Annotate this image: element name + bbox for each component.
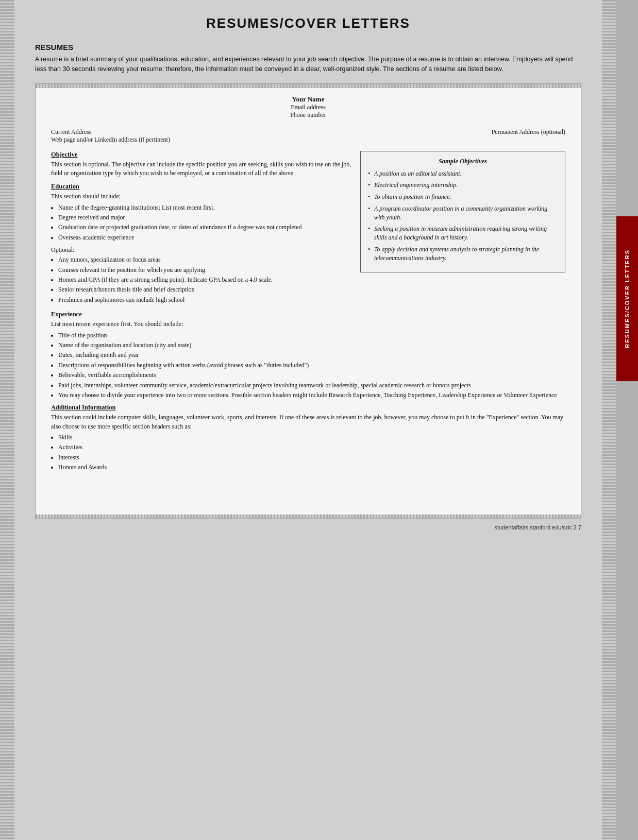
exp-bullet-5: Paid jobs, internships, volunteer commun…	[58, 381, 565, 390]
resume-box: Your Name Email address Phone number Cur…	[35, 83, 581, 519]
side-tab: RESUMES/COVER LETTERS	[616, 216, 638, 381]
sample-obj-2: To obtain a position in finance.	[368, 193, 558, 201]
sample-obj-0: A position as an editorial assistant.	[368, 169, 558, 178]
exp-bullet-3: Descriptions of responsibilities beginni…	[58, 361, 565, 370]
exp-bullet-6: You may choose to divide your experience…	[58, 391, 565, 400]
web-label: Web page and/or LinkedIn address (if per…	[51, 136, 170, 144]
current-address-label: Current Address	[51, 128, 170, 136]
optional-bullet-0: Any minors, specialization or focus area…	[58, 255, 352, 264]
sample-objectives-list: A position as an editorial assistant. El…	[368, 169, 558, 263]
resume-email: Email address	[51, 104, 565, 111]
resume-phone: Phone number	[51, 111, 565, 119]
sample-obj-1: Electrical engineering internship.	[368, 181, 558, 190]
education-bullet-3: Overseas academic experience	[58, 233, 352, 242]
optional-bullets-list: Any minors, specialization or focus area…	[58, 255, 352, 304]
experience-intro: List most recent experience first. You s…	[51, 320, 565, 329]
resume-left-col: Objective This section is optional. The …	[51, 151, 352, 309]
additional-info-heading: Additional Information	[51, 404, 565, 412]
additional-info-bullets-list: Skills Activities Interests Honors and A…	[58, 433, 565, 472]
experience-bullets-list: Title of the position Name of the organi…	[58, 331, 565, 400]
education-bullet-2: Graduation date or projected graduation …	[58, 223, 352, 232]
resumes-intro: A resume is a brief summary of your qual…	[35, 55, 581, 74]
resumes-heading: RESUMES	[35, 43, 581, 52]
optional-bullet-2: Honors and GPA (if they are a strong sel…	[58, 276, 352, 284]
sample-obj-5: To apply decision and systems analysis t…	[368, 245, 558, 263]
education-intro: This section should include:	[51, 192, 352, 201]
add-bullet-3: Honors and Awards	[58, 463, 565, 472]
optional-bullet-3: Senior research/honors thesis title and …	[58, 285, 352, 294]
experience-heading: Experience	[51, 311, 565, 318]
add-bullet-1: Activities	[58, 443, 565, 452]
add-bullet-0: Skills	[58, 433, 565, 442]
permanent-address-label: Permanent Address (optional)	[492, 128, 565, 136]
exp-bullet-2: Dates, including month and year	[58, 351, 565, 359]
optional-label: Optional:	[51, 246, 352, 254]
border-strip-left	[0, 0, 14, 840]
education-bullet-1: Degree received and major	[58, 213, 352, 222]
optional-bullet-4: Freshmen and sophomores can include high…	[58, 296, 352, 304]
exp-bullet-1: Name of the organization and location (c…	[58, 341, 565, 350]
main-content: RESUMES/COVER LETTERS RESUMES A resume i…	[14, 0, 602, 840]
side-tab-label: RESUMES/COVER LETTERS	[624, 249, 630, 348]
education-bullet-0: Name of the degree-granting institutions…	[58, 203, 352, 212]
footer-text: studentaffairs.stanford.edu/cdc 2 7	[35, 524, 581, 530]
resume-box-top-strip	[36, 84, 581, 88]
page-title: RESUMES/COVER LETTERS	[35, 15, 581, 31]
sample-objectives-title: Sample Objectives	[368, 158, 558, 165]
additional-info-text: This section could include computer skil…	[51, 413, 565, 431]
education-heading: Education	[51, 183, 352, 191]
sample-objectives-box: Sample Objectives A position as an edito…	[360, 151, 565, 272]
resume-header: Your Name Email address Phone number	[51, 95, 565, 119]
sample-obj-4: Seeking a position in museum administrat…	[368, 225, 558, 242]
resume-address-row: Current Address Web page and/or LinkedIn…	[51, 128, 565, 144]
education-bullets-list: Name of the degree-granting institutions…	[58, 203, 352, 243]
add-bullet-2: Interests	[58, 453, 565, 462]
resume-box-bottom-strip	[36, 515, 581, 519]
resume-box-spacer	[51, 476, 565, 507]
objective-heading: Objective	[51, 151, 352, 159]
optional-bullet-1: Courses relevant to the position for whi…	[58, 266, 352, 275]
exp-bullet-4: Believable, verifiable accomplishments	[58, 371, 565, 380]
sample-obj-3: A program coordinator position in a comm…	[368, 204, 558, 222]
exp-bullet-0: Title of the position	[58, 331, 565, 340]
objective-text: This section is optional. The objective …	[51, 160, 352, 178]
resume-name: Your Name	[51, 95, 565, 104]
resume-two-col: Objective This section is optional. The …	[51, 151, 565, 309]
border-strip-right	[602, 0, 616, 840]
resume-permanent-address: Permanent Address (optional)	[492, 128, 565, 144]
resume-current-address: Current Address Web page and/or LinkedIn…	[51, 128, 170, 144]
sample-objectives-col: Sample Objectives A position as an edito…	[360, 151, 565, 309]
